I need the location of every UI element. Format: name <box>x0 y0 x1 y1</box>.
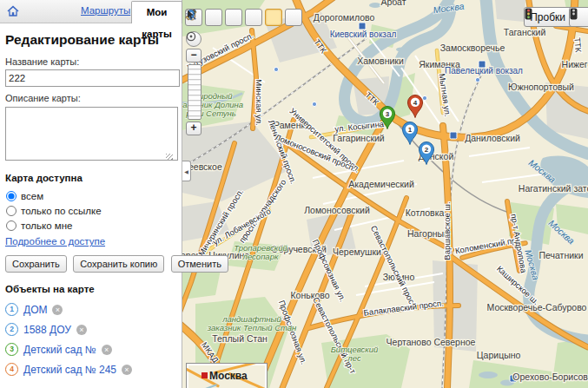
object-delete-icon[interactable]: × <box>122 365 132 375</box>
map-description-label: Описание карты: <box>5 93 175 103</box>
inspector-tool-button[interactable]: ? <box>285 9 302 26</box>
map-canvas[interactable]: ДорогомиловоАрбатХамовникиЗамоскворечьеЯ… <box>182 0 588 388</box>
metro-station-icon <box>450 132 457 139</box>
zoom-out-button[interactable]: − <box>186 49 202 62</box>
tab-routes[interactable]: Маршруты <box>81 5 130 16</box>
sidebar-collapse-handle[interactable]: ◀ <box>182 161 191 181</box>
object-delete-icon[interactable]: × <box>102 345 112 355</box>
svg-text:4: 4 <box>413 99 418 107</box>
home-icon[interactable] <box>6 4 20 18</box>
map-label: Арбат <box>380 0 406 7</box>
access-option-1: только по ссылке <box>5 203 175 218</box>
object-number-badge: 3 <box>5 343 18 356</box>
layers-icon <box>570 8 578 20</box>
access-option-label: только по ссылке <box>21 206 102 216</box>
map-label: Варшавское ш. <box>442 201 452 260</box>
access-radio-1[interactable] <box>6 206 17 216</box>
metro-station-icon <box>359 23 366 30</box>
zoom-slider[interactable] <box>188 64 202 120</box>
object-delete-icon[interactable]: × <box>76 325 87 335</box>
sidebar-content: Редактирование карты Название карты: Опи… <box>0 23 182 388</box>
svg-text:?: ? <box>192 9 195 15</box>
map-label: Печатники <box>538 250 583 260</box>
map-label: Павелецкий вокзал <box>445 66 523 76</box>
map-label: Таганский <box>504 27 546 37</box>
map-object-row-3: 3Детский сад №× <box>5 339 175 359</box>
map-label: Нижегородский <box>562 59 588 69</box>
access-option-label: только мне <box>21 220 72 231</box>
access-option-2: только мне <box>5 218 175 233</box>
object-label-link[interactable]: Детский сад № 245 <box>23 364 116 376</box>
tab-bar: Маршруты Мои карты <box>0 0 182 23</box>
map-label: Котловка <box>406 207 445 218</box>
map-label: Хамовники <box>357 56 404 66</box>
measure-tool-button[interactable] <box>225 9 242 26</box>
object-label-link[interactable]: ДОМ <box>23 304 47 316</box>
zoom-in-button[interactable]: + <box>186 122 202 135</box>
map-label: Коньково <box>290 290 329 300</box>
access-option-label: всем <box>21 191 43 201</box>
chevron-left-icon: ◀ <box>184 168 188 174</box>
access-title: Карта доступна <box>5 173 175 183</box>
map-label: ТТК <box>572 37 583 53</box>
object-delete-icon[interactable]: × <box>52 305 63 315</box>
overview-river <box>186 384 217 388</box>
access-radio-2[interactable] <box>6 220 17 231</box>
object-list: 1ДОМ×21588 ДОУ×3Детский сад №×4Детский с… <box>5 299 175 379</box>
map-marker-4[interactable]: 4 <box>406 93 425 119</box>
access-radio-0[interactable] <box>6 191 17 201</box>
overview-city-marker <box>202 372 208 378</box>
map-label: Академический <box>348 179 414 189</box>
traffic-button[interactable]: Пробки <box>524 7 573 27</box>
map-description-wrap: Описание карты: <box>5 93 175 164</box>
map-label: Дорогомилово <box>314 12 375 23</box>
map-label: Ломоносовский <box>304 205 370 215</box>
save-button[interactable]: Сохранить <box>5 255 67 273</box>
access-details-link[interactable]: Подробнее о доступе <box>5 236 105 247</box>
map-label: Орехово-Борисово Северное <box>512 372 588 382</box>
map-label: Минская ул. <box>254 79 264 125</box>
map-label: Черемушки <box>333 247 381 257</box>
draw-tool-button[interactable] <box>245 9 262 26</box>
map-marker-2[interactable]: 2 <box>417 140 436 166</box>
svg-text:2: 2 <box>425 146 429 154</box>
object-label-link[interactable]: Детский сад № <box>23 344 96 356</box>
map-marker-3[interactable]: 3 <box>378 104 397 130</box>
overview-city-label: Москва <box>209 370 248 382</box>
svg-text:3: 3 <box>386 110 390 118</box>
zoom-select-tool-button[interactable] <box>205 9 222 26</box>
map-name-input[interactable] <box>5 69 180 87</box>
map-label: Теплый Стан <box>212 333 268 344</box>
map-name-label: Название карты: <box>5 56 175 67</box>
app-window: Маршруты Мои карты Редактирование карты … <box>0 0 588 388</box>
cancel-button[interactable]: Отменить <box>171 255 228 273</box>
object-label-link[interactable]: 1588 ДОУ <box>23 324 71 336</box>
overview-map[interactable]: Москва <box>186 363 268 388</box>
map-label: Даниловский <box>465 133 520 143</box>
access-options: всемтолько по ссылкетолько мне <box>5 188 175 233</box>
object-number-badge: 4 <box>5 363 18 376</box>
poi-dot-icon <box>475 77 479 82</box>
sidebar: Маршруты Мои карты Редактирование карты … <box>0 0 182 388</box>
access-option-0: всем <box>5 188 175 203</box>
map-label: Царицыно <box>477 350 521 360</box>
tab-my-maps[interactable]: Мои карты <box>131 1 182 23</box>
svg-text:1: 1 <box>408 126 413 134</box>
map-svg: ДорогомиловоАрбатХамовникиЗамоскворечьеЯ… <box>182 0 588 388</box>
map-toolbar: ? <box>185 9 305 26</box>
map-label: Замоскворечье <box>440 43 505 53</box>
map-label: Гагаринский <box>333 133 385 143</box>
map-description-input[interactable] <box>5 107 178 161</box>
compass-button[interactable] <box>186 31 202 47</box>
object-number-badge: 1 <box>5 303 18 316</box>
poi-dot-icon <box>312 102 316 106</box>
map-label: Чертаново Северное <box>386 337 476 347</box>
save-copy-button[interactable]: Сохранить копию <box>73 255 164 273</box>
map-extra-button[interactable] <box>569 7 588 27</box>
resize-grip-icon[interactable] <box>166 154 173 161</box>
object-number-badge: 2 <box>5 323 18 336</box>
placemark-tool-button[interactable] <box>265 9 282 26</box>
map-object-row-4: 4Детский сад № 245× <box>5 359 175 379</box>
map-object-row-2: 21588 ДОУ× <box>5 319 175 339</box>
zoom-control: − + <box>186 31 202 137</box>
